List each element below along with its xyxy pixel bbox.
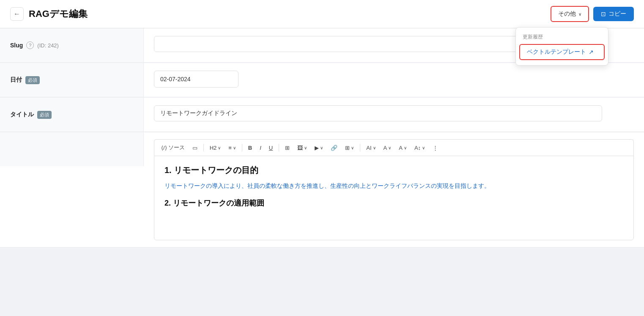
align-button[interactable]: ≡ ∨	[225, 143, 239, 153]
date-input-wrapper: 🗓	[154, 71, 238, 88]
toolbar-sep-4	[360, 144, 360, 151]
font-color-chevron-icon: ∨	[388, 146, 391, 150]
toolbar-sep-3	[279, 144, 279, 151]
slug-help-icon[interactable]: ?	[26, 41, 34, 49]
editor-toolbar: ⟨/⟩ ソース ▭ H2 ∨ ≡ ∨	[154, 139, 634, 156]
vector-template-item[interactable]: ベクトルテンプレート ↗	[519, 44, 605, 60]
back-button[interactable]: ←	[10, 7, 24, 21]
video-icon: ▶	[315, 145, 319, 151]
highlight-label: A	[399, 145, 403, 151]
editor-heading-1: 1. リモートワークの目的	[164, 165, 623, 176]
video-chevron-icon: ∨	[320, 146, 323, 150]
more-button[interactable]: ⋮	[429, 143, 441, 153]
dropdown-menu: 更新履歴 ベクトルテンプレート ↗	[515, 27, 608, 66]
source-button[interactable]: ⟨/⟩ ソース	[158, 142, 188, 153]
header: ← RAGデモ編集 その他 ∨ ⊡ コピー 更新履歴 ベクトルテンプレート ↗	[0, 0, 644, 28]
font-color-button[interactable]: A ∨	[380, 143, 395, 153]
editor-heading-2: 2. リモートワークの適用範囲	[164, 198, 623, 208]
video-button[interactable]: ▶ ∨	[311, 143, 326, 153]
slug-label-cell: Slug ? (ID: 242)	[0, 28, 144, 62]
table-chevron-icon: ∨	[351, 146, 354, 150]
toolbar-sep-2	[242, 144, 242, 151]
source-label: ソース	[168, 144, 185, 151]
dropdown-section-label: 更新履歴	[516, 31, 608, 42]
editor-container: ⟨/⟩ ソース ▭ H2 ∨ ≡ ∨	[144, 132, 644, 247]
more-icon: ⋮	[433, 145, 438, 151]
highlight-chevron-icon: ∨	[404, 146, 407, 150]
header-right: その他 ∨ ⊡ コピー 更新履歴 ベクトルテンプレート ↗	[551, 6, 634, 22]
other-button[interactable]: その他 ∨	[551, 6, 589, 22]
image-button[interactable]: 🖼 ∨	[294, 143, 310, 153]
font-size-button[interactable]: A↕ ∨	[411, 143, 428, 153]
date-row: 日付 必須 🗓	[0, 63, 644, 97]
other-button-label: その他	[558, 10, 576, 18]
bold-button[interactable]: B	[245, 143, 255, 153]
editor-label-cell	[0, 132, 144, 166]
heading-chevron-icon: ∨	[218, 146, 221, 150]
external-link-icon: ↗	[589, 49, 594, 55]
page-title: RAGデモ編集	[29, 8, 88, 20]
toolbar-sep-1	[203, 144, 204, 151]
editor-paragraph-1: リモートワークの導入により、社員の柔軟な働き方を推進し、生産性の向上とワークライ…	[164, 181, 623, 191]
highlight-button[interactable]: A ∨	[395, 143, 410, 153]
underline-button[interactable]: U	[266, 143, 276, 153]
title-label: タイトル	[10, 111, 34, 118]
add-image-button[interactable]: ⊞	[282, 143, 293, 153]
monitor-button[interactable]: ▭	[189, 143, 201, 153]
ai-chevron-icon: ∨	[373, 146, 376, 150]
title-label-cell: タイトル 必須	[0, 98, 144, 132]
vector-template-label: ベクトルテンプレート	[527, 48, 586, 56]
page-wrapper: ← RAGデモ編集 その他 ∨ ⊡ コピー 更新履歴 ベクトルテンプレート ↗	[0, 0, 644, 316]
table-icon: ⊞	[345, 145, 350, 151]
link-icon: 🔗	[331, 145, 337, 151]
date-input-cell: 🗓	[144, 63, 644, 95]
table-button[interactable]: ⊞ ∨	[342, 143, 357, 153]
header-left: ← RAGデモ編集	[10, 7, 88, 21]
ai-button[interactable]: AI ∨	[363, 143, 379, 153]
heading-button[interactable]: H2 ∨	[206, 143, 225, 153]
link-button[interactable]: 🔗	[327, 143, 341, 153]
title-required-badge: 必須	[37, 111, 52, 119]
editor-row: ⟨/⟩ ソース ▭ H2 ∨ ≡ ∨	[0, 132, 644, 247]
date-required-badge: 必須	[25, 76, 40, 84]
ai-label: AI	[366, 145, 371, 151]
align-chevron-icon: ∨	[233, 146, 236, 150]
add-image-icon: ⊞	[285, 145, 290, 151]
copy-button-label: コピー	[608, 10, 626, 18]
title-row: タイトル 必須	[0, 98, 644, 132]
font-size-chevron-icon: ∨	[422, 146, 425, 150]
slug-label: Slug	[10, 42, 23, 49]
date-label: 日付	[10, 76, 22, 84]
monitor-icon: ▭	[192, 145, 197, 151]
italic-button[interactable]: I	[256, 143, 265, 153]
source-icon: ⟨/⟩	[161, 145, 167, 151]
heading-label: H2	[210, 145, 217, 151]
date-input[interactable]	[154, 71, 238, 87]
copy-button[interactable]: ⊡ コピー	[593, 7, 634, 21]
image-chevron-icon: ∨	[304, 146, 307, 150]
font-size-label: A↕	[414, 145, 421, 151]
image-icon: 🖼	[297, 145, 303, 151]
chevron-down-icon: ∨	[578, 12, 581, 16]
title-input[interactable]	[154, 105, 602, 121]
title-input-cell	[144, 98, 644, 129]
font-color-label: A	[384, 145, 387, 151]
date-label-cell: 日付 必須	[0, 63, 144, 97]
editor-body[interactable]: 1. リモートワークの目的 リモートワークの導入により、社員の柔軟な働き方を推進…	[154, 156, 634, 240]
align-icon: ≡	[228, 145, 232, 151]
copy-icon: ⊡	[601, 11, 606, 17]
slug-id: (ID: 242)	[37, 42, 59, 49]
